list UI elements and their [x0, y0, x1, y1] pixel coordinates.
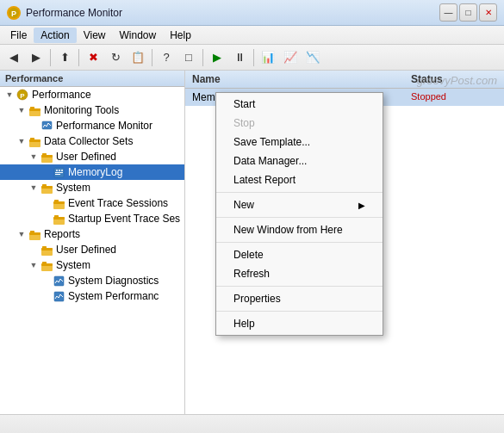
tree-node-reports-system[interactable]: ▼ System: [0, 257, 184, 273]
tree-header-label: Performance: [5, 73, 63, 84]
ctx-delete[interactable]: Delete: [216, 245, 383, 264]
menu-window[interactable]: Window: [113, 28, 164, 43]
svg-point-17: [61, 170, 63, 171]
icon-user-defined: [40, 150, 53, 164]
icon-monitoring-tools: [28, 103, 41, 117]
menu-view[interactable]: View: [77, 28, 113, 43]
icon-data-collector-sets: [28, 134, 41, 148]
svg-point-16: [59, 170, 60, 171]
icon-perf-monitor: [40, 119, 53, 133]
expand-monitoring-tools[interactable]: ▼: [16, 104, 28, 116]
close-button[interactable]: ✕: [479, 3, 497, 22]
svg-text:P: P: [20, 92, 25, 100]
label-performance-monitor: Performance Monitor: [56, 120, 152, 132]
ctx-start[interactable]: Start: [216, 95, 383, 114]
app-icon: P: [7, 6, 21, 20]
expand-performance[interactable]: ▼: [3, 89, 16, 101]
label-reports: Reports: [44, 228, 80, 240]
svg-rect-34: [42, 246, 47, 249]
ctx-help[interactable]: Help: [216, 314, 383, 333]
ctx-save-template[interactable]: Save Template...: [216, 133, 383, 152]
ctx-delete-label: Delete: [233, 249, 264, 261]
chart1-button[interactable]: 📊: [258, 47, 278, 68]
label-system: System: [56, 182, 90, 194]
refresh-button[interactable]: ↻: [105, 47, 126, 68]
chart3-button[interactable]: 📉: [302, 47, 323, 68]
icon-event-trace: [52, 196, 65, 210]
ctx-data-manager[interactable]: Data Manager...: [216, 152, 383, 170]
svg-rect-6: [30, 107, 34, 109]
ctx-sep-1: [216, 192, 383, 193]
expand-data-collector-sets[interactable]: ▼: [16, 135, 28, 147]
chart2-button[interactable]: 📈: [280, 47, 301, 68]
expand-system[interactable]: ▼: [28, 182, 40, 194]
label-user-defined: User Defined: [56, 151, 116, 163]
expand-reports-system[interactable]: ▼: [28, 259, 40, 271]
tree-node-reports[interactable]: ▼ Reports: [0, 226, 184, 242]
toolbar-sep-3: [152, 49, 152, 66]
export-button[interactable]: 📋: [128, 47, 148, 68]
forward-button[interactable]: ▶: [26, 47, 47, 68]
delete-button[interactable]: ✖: [83, 47, 103, 68]
ctx-latest-report[interactable]: Latest Report: [216, 170, 383, 189]
tree-node-performance-monitor[interactable]: ▷ Performance Monitor: [0, 118, 184, 133]
window-controls[interactable]: — □ ✕: [439, 3, 497, 22]
tree-node-data-collector-sets[interactable]: ▼ Data Collector Sets: [0, 133, 184, 149]
toolbar-sep-4: [202, 49, 203, 66]
maximize-button[interactable]: □: [459, 3, 477, 22]
play-button[interactable]: ▶: [207, 47, 227, 68]
ctx-properties-label: Properties: [233, 293, 281, 305]
menu-file[interactable]: File: [3, 28, 34, 43]
pause-button[interactable]: ⏸: [229, 47, 250, 68]
tree-node-performance[interactable]: ▼ P Performance: [0, 87, 184, 102]
ctx-new-label: New: [233, 199, 254, 211]
ctx-new[interactable]: New ▶: [216, 195, 383, 214]
svg-rect-13: [42, 153, 47, 156]
icon-reports-user-defined: [40, 243, 53, 257]
label-event-trace: Event Trace Sessions: [68, 197, 168, 209]
tree-node-reports-user-defined[interactable]: ▷ User Defined: [0, 242, 184, 257]
ctx-new-window[interactable]: New Window from Here: [216, 220, 383, 239]
content-pane: Name Status MemoryLog Stopped groovyPost…: [185, 71, 504, 414]
tree-node-event-trace[interactable]: ▷ Event Trace Sessions: [0, 195, 184, 211]
icon-system-performance: [52, 289, 65, 303]
icon-reports: [28, 227, 41, 241]
label-data-collector-sets: Data Collector Sets: [44, 135, 133, 147]
label-startup-event-trace: Startup Event Trace Ses: [68, 213, 180, 225]
up-button[interactable]: ⬆: [54, 47, 75, 68]
properties-button[interactable]: □: [178, 47, 199, 68]
ctx-sep-4: [216, 286, 383, 287]
watermark: groovyPost.com: [417, 74, 497, 87]
tree-node-memorylog[interactable]: ▷ MemoryLog: [0, 164, 184, 180]
ctx-refresh[interactable]: Refresh: [216, 264, 383, 283]
svg-rect-37: [42, 262, 47, 264]
svg-rect-19: [55, 174, 60, 175]
ctx-sep-2: [216, 217, 383, 218]
label-system-diagnostics: System Diagnostics: [68, 275, 159, 287]
help-button[interactable]: ?: [156, 47, 177, 68]
back-button[interactable]: ◀: [3, 47, 24, 68]
expand-reports[interactable]: ▼: [16, 228, 28, 240]
tree-node-monitoring-tools[interactable]: ▼ Monitoring Tools: [0, 102, 184, 118]
toolbar-sep-5: [253, 49, 254, 66]
icon-startup-event-trace: [52, 212, 65, 226]
menu-action[interactable]: Action: [34, 28, 76, 43]
tree-pane: Performance ▼ P Performance ▼: [0, 71, 185, 414]
ctx-properties[interactable]: Properties: [216, 289, 383, 308]
ctx-save-template-label: Save Template...: [233, 136, 310, 148]
status-bar: [0, 414, 504, 433]
icon-system-diagnostics: [52, 274, 65, 288]
menu-help[interactable]: Help: [163, 28, 198, 43]
label-system-performance: System Performanc: [68, 290, 159, 302]
expand-user-defined[interactable]: ▼: [28, 151, 40, 163]
tree-node-user-defined[interactable]: ▼ User Defined: [0, 149, 184, 164]
minimize-button[interactable]: —: [439, 3, 457, 22]
ctx-new-arrow: ▶: [358, 201, 365, 210]
tree-node-system-diagnostics[interactable]: ▷ System Diagnostics: [0, 273, 184, 288]
tree-node-system[interactable]: ▼ System: [0, 180, 184, 195]
icon-performance: P: [16, 88, 29, 102]
tree-node-system-performance[interactable]: ▷ System Performanc: [0, 288, 184, 304]
label-monitoring-tools: Monitoring Tools: [44, 104, 119, 116]
tree-node-startup-event-trace[interactable]: ▷ Startup Event Trace Ses: [0, 211, 184, 226]
row-status-memorylog: Stopped: [411, 91, 497, 103]
